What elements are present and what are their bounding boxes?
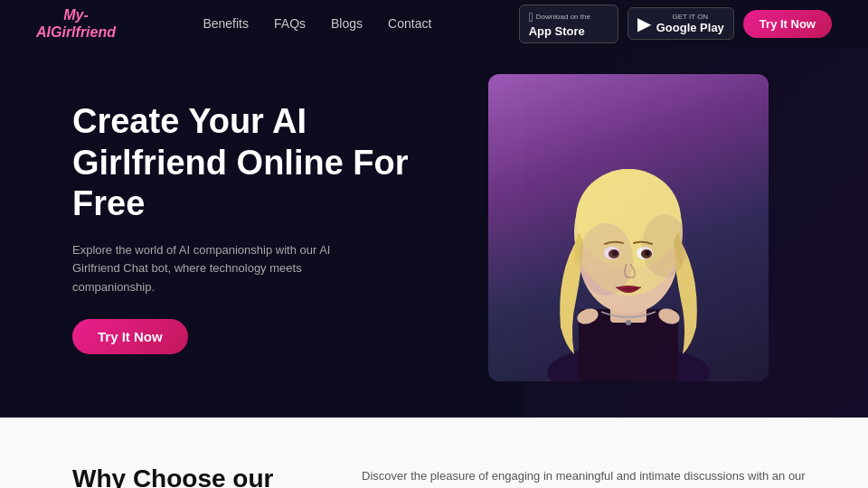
hero-section: Create Your AI Girlfriend Online For Fre… [0,47,868,418]
svg-point-7 [637,247,653,259]
svg-point-9 [641,249,652,258]
svg-point-14 [642,214,687,277]
svg-point-4 [574,169,683,296]
app-store-big-text: App Store [529,24,585,38]
nav-item-faqs[interactable]: FAQs [274,15,306,32]
hero-description: Explore the world of AI companionship wi… [72,241,362,297]
google-play-icon: ▶ [637,13,651,34]
why-choose-description: Discover the pleasure of engaging in mea… [362,466,814,488]
app-store-small-text:  Download on the [529,10,590,24]
svg-rect-1 [579,309,678,381]
svg-point-15 [575,305,600,326]
svg-point-6 [604,247,620,259]
svg-point-3 [579,196,678,314]
hero-illustration [511,92,746,381]
svg-point-10 [612,250,618,256]
hero-title: Create Your AI Girlfriend Online For Fre… [72,101,434,225]
google-play-small-text: GET IT ON [656,13,724,21]
why-choose-title: Why Choose our MY AI Girlfriend platform… [72,463,307,488]
why-choose-left: Why Choose our MY AI Girlfriend platform… [72,463,307,488]
apple-icon:  [529,10,533,24]
google-play-text: GET IT ON Google Play [656,13,724,34]
hero-content: Create Your AI Girlfriend Online For Fre… [72,101,434,354]
svg-point-8 [609,249,619,258]
nav-item-benefits[interactable]: Benefits [203,15,249,32]
nav-item-contact[interactable]: Contact [388,15,431,32]
svg-point-12 [626,320,631,325]
logo-line2: AIGirlfriend [36,23,116,41]
svg-point-13 [579,223,633,296]
logo-line1: My- [36,6,116,23]
google-play-button[interactable]: ▶ GET IT ON Google Play [627,7,734,40]
svg-rect-2 [610,282,646,323]
nav-item-blogs[interactable]: Blogs [331,15,363,32]
nav-links: Benefits FAQs Blogs Contact [203,15,431,32]
svg-point-11 [645,250,650,256]
google-play-big-text: Google Play [656,21,724,34]
app-store-button[interactable]:  Download on the App Store [519,5,618,43]
why-choose-section: Why Choose our MY AI Girlfriend platform… [0,418,868,488]
navbar: My- AIGirlfriend Benefits FAQs Blogs Con… [0,0,868,47]
try-it-now-hero-button[interactable]: Try It Now [72,319,188,354]
svg-point-5 [576,169,681,268]
svg-point-16 [656,305,682,326]
svg-point-0 [547,345,710,381]
logo[interactable]: My- AIGirlfriend [36,6,116,41]
try-it-now-nav-button[interactable]: Try It Now [743,10,832,38]
nav-right:  Download on the App Store ▶ GET IT ON … [519,5,832,43]
why-choose-right: Discover the pleasure of engaging in mea… [362,463,814,488]
hero-image [488,74,769,381]
